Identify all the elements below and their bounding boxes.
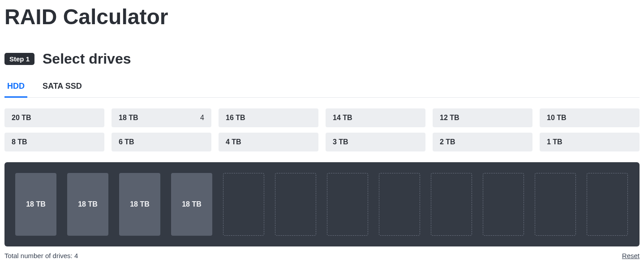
- drive-option-count: 4: [200, 114, 204, 122]
- drive-option-label: 16 TB: [226, 114, 245, 122]
- bay-slot-3[interactable]: 18 TB: [119, 173, 160, 236]
- step-title: Select drives: [43, 51, 131, 67]
- drive-bay-panel: 18 TB 18 TB 18 TB 18 TB: [4, 162, 640, 246]
- bay-slot-8[interactable]: [379, 173, 420, 236]
- drive-option-label: 12 TB: [440, 114, 459, 122]
- drive-option-label: 18 TB: [119, 114, 138, 122]
- bay-slot-12[interactable]: [587, 173, 628, 236]
- drive-option-label: 10 TB: [547, 114, 567, 122]
- drive-option-6tb[interactable]: 6 TB: [112, 133, 211, 151]
- drive-option-label: 4 TB: [226, 138, 241, 146]
- bay-slot-5[interactable]: [223, 173, 264, 236]
- bay-slot-10[interactable]: [483, 173, 524, 236]
- drive-option-8tb[interactable]: 8 TB: [4, 133, 104, 151]
- drive-option-label: 14 TB: [333, 114, 352, 122]
- drive-option-label: 20 TB: [12, 114, 31, 122]
- drive-option-2tb[interactable]: 2 TB: [433, 133, 532, 151]
- drive-option-10tb[interactable]: 10 TB: [540, 108, 640, 127]
- drive-option-20tb[interactable]: 20 TB: [4, 108, 104, 127]
- bay-slot-2[interactable]: 18 TB: [67, 173, 108, 236]
- page-title: RAID Calculator: [4, 4, 640, 29]
- tab-hdd[interactable]: HDD: [4, 78, 27, 98]
- step-header: Step 1 Select drives: [4, 51, 640, 67]
- bay-slot-6[interactable]: [275, 173, 316, 236]
- step-badge: Step 1: [4, 53, 34, 65]
- drive-option-1tb[interactable]: 1 TB: [540, 133, 640, 151]
- total-drives-text: Total number of drives: 4: [4, 252, 78, 259]
- bay-slot-9[interactable]: [431, 173, 472, 236]
- footer-row: Total number of drives: 4 Reset: [4, 252, 640, 259]
- bay-slot-7[interactable]: [327, 173, 368, 236]
- drive-option-14tb[interactable]: 14 TB: [326, 108, 425, 127]
- drive-option-18tb[interactable]: 18 TB 4: [112, 108, 211, 127]
- drive-option-label: 1 TB: [547, 138, 562, 146]
- drive-option-label: 2 TB: [440, 138, 455, 146]
- drive-type-tabs: HDD SATA SSD: [4, 78, 640, 98]
- drive-option-12tb[interactable]: 12 TB: [433, 108, 532, 127]
- bay-slot-11[interactable]: [535, 173, 576, 236]
- drive-option-3tb[interactable]: 3 TB: [326, 133, 425, 151]
- tab-sata-ssd[interactable]: SATA SSD: [40, 78, 85, 98]
- drive-option-16tb[interactable]: 16 TB: [219, 108, 318, 127]
- drive-option-label: 6 TB: [119, 138, 134, 146]
- drive-option-label: 8 TB: [12, 138, 27, 146]
- drive-option-label: 3 TB: [333, 138, 348, 146]
- drive-size-options: 20 TB 18 TB 4 16 TB 14 TB 12 TB 10 TB 8 …: [4, 108, 640, 151]
- reset-link[interactable]: Reset: [622, 252, 640, 259]
- drive-option-4tb[interactable]: 4 TB: [219, 133, 318, 151]
- bay-slot-4[interactable]: 18 TB: [171, 173, 212, 236]
- bay-slot-1[interactable]: 18 TB: [15, 173, 56, 236]
